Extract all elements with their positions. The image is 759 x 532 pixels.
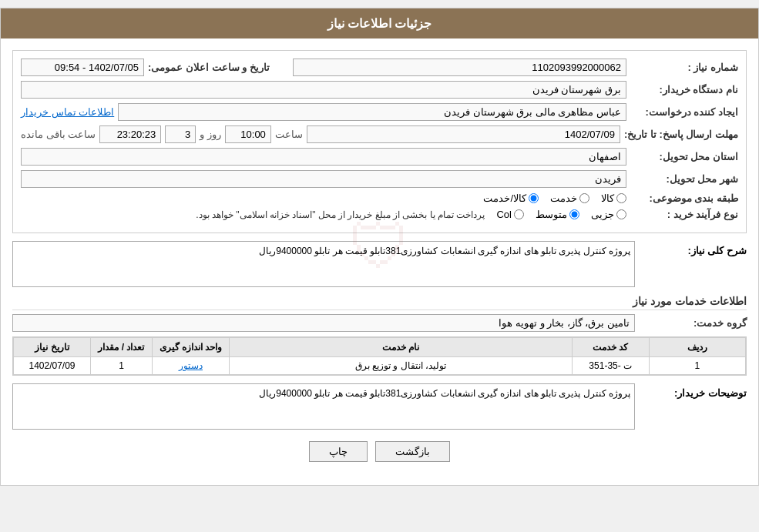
purchase-type-label: نوع فرآیند خرید :	[630, 209, 738, 220]
col-header-date: تاریخ نیاز	[14, 338, 91, 357]
category-khedmat[interactable]: خدمت	[550, 192, 589, 204]
services-table-container: ردیف کد خدمت نام خدمت واحد اندازه گیری ت…	[12, 336, 747, 376]
creator-label: ایجاد کننده درخواست:	[630, 106, 738, 118]
category-kala[interactable]: کالا	[601, 192, 626, 204]
purchase-col[interactable]: Col	[496, 209, 524, 220]
page-title: جزئیات اطلاعات نیاز	[327, 17, 432, 30]
contact-link[interactable]: اطلاعات تماس خریدار	[21, 106, 114, 118]
category-kala-khedmat-label: کالا/خدمت	[483, 192, 526, 204]
col-header-service-code: کد خدمت	[572, 338, 649, 357]
cell-service-name: تولید، انتقال و توزیع برق	[230, 357, 573, 375]
purchase-col-label: Col	[496, 209, 512, 220]
deadline-time: 10:00	[225, 125, 271, 143]
col-header-count: تعداد / مقدار	[91, 338, 153, 357]
cell-service-code: ت -35-351	[572, 357, 649, 375]
services-section-title: اطلاعات خدمات مورد نیاز	[12, 295, 747, 310]
category-kala-label: کالا	[601, 192, 614, 204]
buyer-desc-value: پروژه کنترل پذیری تابلو های اندازه گیری …	[12, 383, 635, 430]
category-radio-group: کالا خدمت کالا/خدمت	[483, 192, 626, 204]
need-desc-label: شرح کلی نیاز:	[639, 241, 747, 287]
city-label: شهر محل تحویل:	[630, 173, 738, 185]
deadline-date: 1402/07/09	[307, 125, 620, 143]
province-label: استان محل تحویل:	[630, 151, 738, 162]
need-number-value: 1102093992000062	[293, 59, 626, 76]
need-number-label: شماره نیاز :	[630, 62, 738, 73]
purchase-jozi-label: جزیی	[591, 209, 614, 220]
page-header: جزئیات اطلاعات نیاز	[1, 8, 758, 38]
need-desc-value: پروژه کنترل پذیری تابلو های اندازه گیری …	[12, 241, 635, 287]
category-khedmat-input[interactable]	[579, 193, 589, 203]
table-row: 1 ت -35-351 تولید، انتقال و توزیع برق دس…	[14, 357, 746, 375]
cell-count: 1	[91, 357, 153, 375]
category-kala-input[interactable]	[616, 193, 626, 203]
purchase-type-radio-group: جزیی متوسط Col	[496, 209, 626, 220]
category-khedmat-label: خدمت	[550, 192, 577, 204]
buyer-desc-label: توضیحات خریدار:	[639, 383, 747, 430]
datetime-value: 1402/07/05 - 09:54	[21, 59, 144, 76]
service-group-label: گروه خدمت:	[639, 317, 747, 329]
deadline-remaining: 23:20:23	[99, 125, 161, 143]
deadline-day-label: روز و	[200, 129, 221, 140]
col-header-service-name: نام خدمت	[230, 338, 573, 357]
col-header-rownum: ردیف	[649, 338, 745, 357]
cell-rownum: 1	[649, 357, 745, 375]
print-button[interactable]: چاپ	[309, 441, 368, 462]
purchase-jozi[interactable]: جزیی	[591, 209, 626, 220]
deadline-time-label: ساعت	[275, 129, 303, 140]
button-row: بازگشت چاپ	[12, 441, 747, 473]
purchase-col-input[interactable]	[514, 209, 524, 219]
cell-unit[interactable]: دستور	[153, 357, 230, 375]
purchase-motavaset[interactable]: متوسط	[536, 209, 579, 220]
deadline-remaining-label: ساعت باقی مانده	[21, 129, 96, 140]
city-value: فریدن	[21, 170, 626, 188]
service-group-value: تامین برق، گاز، بخار و تهویه هوا	[12, 314, 635, 332]
col-header-unit: واحد اندازه گیری	[153, 338, 230, 357]
buyer-org-label: نام دستگاه خریدار:	[630, 84, 738, 95]
province-value: اصفهان	[21, 148, 626, 166]
datetime-label: تاریخ و ساعت اعلان عمومی:	[148, 62, 270, 73]
category-kala-khedmat[interactable]: کالا/خدمت	[483, 192, 539, 204]
purchase-motavaset-label: متوسط	[536, 209, 567, 220]
purchase-jozi-input[interactable]	[616, 209, 626, 219]
services-table: ردیف کد خدمت نام خدمت واحد اندازه گیری ت…	[13, 337, 746, 375]
creator-value: عباس مظاهری مالی برق شهرستان فریدن	[118, 103, 626, 121]
category-label: طبقه بندی موضوعی:	[630, 192, 738, 204]
deadline-label: مهلت ارسال پاسخ: تا تاریخ:	[624, 129, 738, 140]
category-kala-khedmat-input[interactable]	[529, 193, 539, 203]
deadline-days: 3	[165, 125, 196, 143]
purchase-note: پرداخت تمام یا بخشی از مبلغ خریدار از مح…	[21, 209, 485, 220]
back-button[interactable]: بازگشت	[375, 441, 450, 462]
buyer-org-value: برق شهرستان فریدن	[21, 81, 626, 99]
purchase-motavaset-input[interactable]	[569, 209, 579, 219]
cell-date: 1402/07/09	[14, 357, 91, 375]
